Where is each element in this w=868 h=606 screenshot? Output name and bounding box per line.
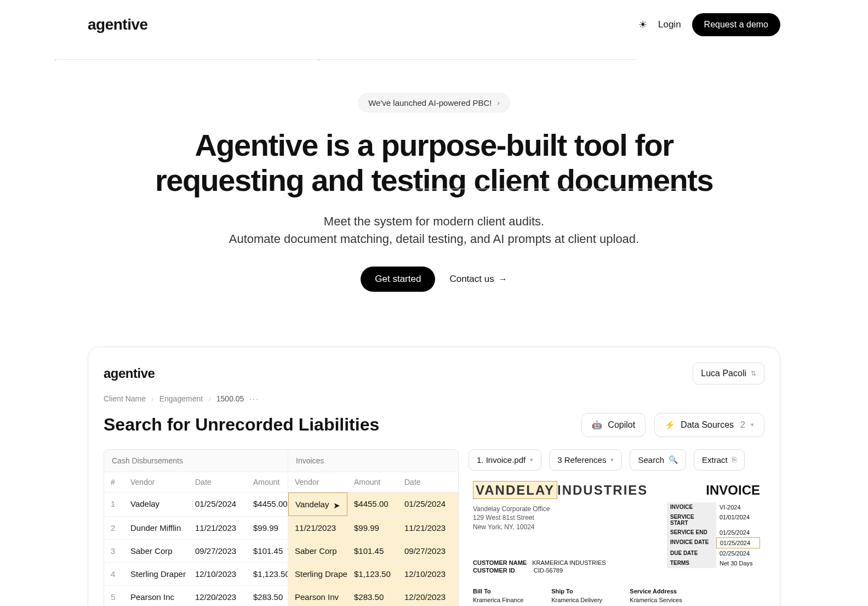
chevron-down-icon: ▾ [610,456,614,463]
updown-icon: ⇅ [751,370,756,377]
table-group-invoices: Invoices [288,450,458,472]
search-icon: 🔍 [669,455,678,464]
breadcrumb-more-icon[interactable]: ··· [249,394,259,403]
customer-name-value: KRAMERICA INDUSTRIES [532,559,606,566]
extract-icon: ⎘ [732,455,736,464]
theme-toggle-icon[interactable]: ☀ [638,19,647,31]
breadcrumb-engagement[interactable]: Engagement [159,394,203,403]
cursor-icon: ➤ [333,501,340,511]
references-select[interactable]: 3 References ▾ [549,449,622,471]
launch-announcement-pill[interactable]: We've launched AI-powered PBC! › [358,93,510,112]
customer-id-value: CID-56789 [534,567,563,574]
logo[interactable]: agentive [88,16,148,33]
breadcrumb-client[interactable]: Client Name [104,394,146,403]
hero-section: We've launched AI-powered PBC! › Agentiv… [88,49,780,314]
pill-label: We've launched AI-powered PBC! [368,98,492,107]
extract-button[interactable]: Extract ⎘ [694,449,745,471]
robot-icon: 🤖 [592,420,602,430]
hero-title: Agentive is a purpose-built tool for req… [88,128,780,199]
table-row[interactable]: 2Dunder Mifflin11/21/2023$99.9911/21/202… [104,517,458,540]
user-menu[interactable]: Luca Pacoli ⇅ [693,363,764,384]
page-title: Search for Unrecorded Liabilities [104,415,379,435]
invoice-label: INVOICE [706,483,760,498]
app-logo[interactable]: agentive [104,366,155,381]
customer-id-label: CUSTOMER ID [473,567,515,574]
customer-name-label: CUSTOMER NAME [473,559,527,566]
copilot-button[interactable]: 🤖 Copilot [581,413,646,437]
breadcrumb-code[interactable]: 1500.05 [216,394,244,403]
get-started-button[interactable]: Get started [361,267,435,292]
table-group-cash: Cash Disbursements [104,450,288,472]
chevron-down-icon: ▾ [751,421,754,428]
table-header: # Vendor Date Amount Vendor Amount Date [104,472,458,492]
table-row[interactable]: 1Vadelay01/25/2024$4455.00Vandelay➤$4455… [104,492,458,517]
bolt-icon: ⚡ [665,420,675,430]
hero-subtitle: Meet the system for modern client audits… [88,213,780,248]
user-name: Luca Pacoli [701,369,746,378]
login-link[interactable]: Login [658,19,681,30]
arrow-right-icon: → [499,274,507,284]
chevron-down-icon: ▾ [530,456,533,463]
search-button[interactable]: Search 🔍 [630,449,686,471]
request-demo-button[interactable]: Request a demo [692,13,780,36]
invoice-file-select[interactable]: 1. Invoice.pdf ▾ [469,449,541,471]
breadcrumb: Client Name › Engagement › 1500.05 ··· [104,394,764,403]
table-row[interactable]: 3Saber Corp09/27/2023$101.45Saber Corp$1… [104,540,458,563]
table-row[interactable]: 4Sterling Draper12/10/2023$1,123.50Sterl… [104,563,458,586]
address-columns: Bill To Kramerica Finance 129 West 81st … [473,587,760,606]
contact-us-link[interactable]: Contact us → [449,274,507,285]
data-sources-count: 2 [740,420,745,430]
invoice-company-name: VANDELAYINDUSTRIES [473,483,648,498]
document-viewer: 1. Invoice.pdf ▾ 3 References ▾ Search 🔍… [469,449,764,606]
table-row[interactable]: 5Pearson Inc12/20/2023$283.50Pearson Inv… [104,586,458,606]
highlight-company: VANDELAY [473,481,557,499]
chevron-right-icon: › [497,99,499,107]
data-sources-button[interactable]: ⚡ Data Sources 2 ▾ [654,413,764,437]
disbursements-table: Cash Disbursements Invoices # Vendor Dat… [104,449,459,606]
product-screenshot-card: agentive Luca Pacoli ⇅ Client Name › Eng… [88,347,780,606]
